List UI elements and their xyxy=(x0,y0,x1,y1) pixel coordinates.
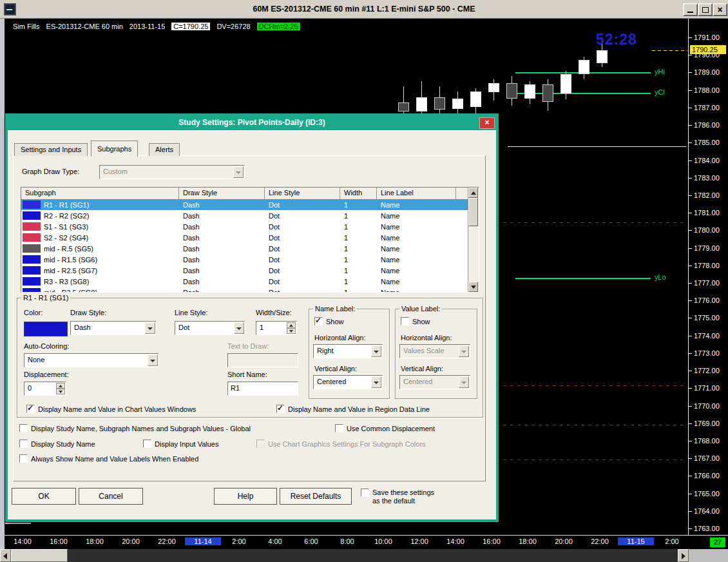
subgraph-name: mid - R3.5 (SG9) xyxy=(44,289,97,293)
price-scale[interactable]: 1790.25 1791.001790.001789.001788.001787… xyxy=(689,18,728,535)
table-scrollbar-thumb[interactable] xyxy=(468,198,478,226)
horizontal-scrollbar[interactable] xyxy=(0,549,728,562)
subgraph-row[interactable]: S2 - S2 (SG4)DashDot1Name xyxy=(21,232,468,243)
checkbox-box xyxy=(19,440,28,448)
right-arrow-icon xyxy=(682,553,685,559)
reset-defaults-button[interactable]: Reset Defaults xyxy=(280,488,352,505)
down-arrow-icon xyxy=(471,286,476,289)
price-scale-label: 1786.00 xyxy=(694,121,720,129)
price-scale-label: 1779.00 xyxy=(694,244,720,252)
draw-style-cell: Dash xyxy=(179,267,265,275)
value-show-checkbox[interactable]: Show xyxy=(401,317,430,325)
time-axis-label: 14:00 xyxy=(5,538,41,545)
spin-down-icon[interactable] xyxy=(56,389,65,394)
time-axis-label: 6:00 xyxy=(293,538,329,545)
countdown-seconds-badge: 27 xyxy=(710,538,725,547)
tab-alerts[interactable]: Alerts xyxy=(149,143,180,156)
time-axis-label: 16:00 xyxy=(474,538,510,545)
table-scroll-up-button[interactable] xyxy=(468,188,478,198)
candlestick xyxy=(542,84,553,102)
minimize-icon xyxy=(687,12,693,13)
display-region-data-line-checkbox[interactable]: Display Name and Value in Region Data Li… xyxy=(276,405,430,413)
minimize-button[interactable] xyxy=(683,3,698,16)
time-axis[interactable]: 14:0016:0018:0020:0022:0011-142:004:006:… xyxy=(0,536,688,549)
display-chart-values-checkbox[interactable]: Display Name and Value in Chart Values W… xyxy=(26,405,196,413)
name-vertical-align-select[interactable]: Centered xyxy=(313,375,383,389)
subgraph-row[interactable]: mid - R3.5 (SG9)DashDot1Name xyxy=(21,287,468,292)
checkbox-box xyxy=(335,424,343,432)
color-button[interactable] xyxy=(24,322,68,336)
subgraph-editor-group: R1 - R1 (SG1) Color: Draw Style: Dash Li… xyxy=(17,298,483,418)
price-scale-label: 1763.00 xyxy=(694,525,720,532)
ok-button[interactable]: OK xyxy=(12,488,76,505)
draw-style-cell: Dash xyxy=(179,223,265,231)
price-tick xyxy=(689,230,692,231)
spin-up-icon[interactable] xyxy=(287,322,296,328)
price-scale-label: 1771.00 xyxy=(694,384,720,392)
draw-style-select[interactable]: Dash xyxy=(70,321,157,335)
name-show-checkbox[interactable]: Show xyxy=(314,317,344,325)
candlestick xyxy=(452,99,463,109)
subgraph-row[interactable]: mid - R2.5 (SG7)DashDot1Name xyxy=(21,265,468,276)
price-scale-label: 1767.00 xyxy=(694,454,720,462)
line-label-cell: Name xyxy=(377,245,456,253)
table-vertical-scrollbar[interactable] xyxy=(468,188,479,292)
width-cell: 1 xyxy=(340,201,377,209)
checkbox-box xyxy=(256,440,265,448)
display-study-name-checkbox[interactable]: Display Study Name xyxy=(19,440,95,448)
price-scale-label: 1784.00 xyxy=(694,157,720,164)
column-header: Line Label xyxy=(377,188,456,199)
always-show-labels-checkbox[interactable]: Always Show Name and Value Labels When E… xyxy=(19,454,198,463)
draw-style-cell: Dash xyxy=(179,256,265,264)
price-scale-label: 1778.00 xyxy=(694,262,720,269)
horizontal-scrollbar-thumb[interactable] xyxy=(11,549,68,562)
line-style-cell: Dot xyxy=(265,278,340,286)
date-label: 2013-11-15 xyxy=(129,23,165,30)
scroll-right-button[interactable] xyxy=(678,549,689,562)
short-name-input[interactable]: R1 xyxy=(227,382,298,396)
subgraph-row[interactable]: mid - R1.5 (SG6)DashDot1Name xyxy=(21,254,468,265)
display-global-checkbox[interactable]: Display Study Name, Subgraph Names and S… xyxy=(19,424,251,432)
displacement-stepper[interactable]: 0 xyxy=(24,382,66,396)
restore-button[interactable] xyxy=(698,3,713,16)
use-common-displacement-checkbox[interactable]: Use Common Displacement xyxy=(335,424,435,432)
spin-down-icon[interactable] xyxy=(287,328,296,334)
scroll-left-button[interactable] xyxy=(0,549,11,562)
display-input-values-checkbox[interactable]: Display Input Values xyxy=(143,440,218,448)
auto-coloring-select[interactable]: None xyxy=(24,353,159,367)
line-style-cell: Dot xyxy=(265,223,340,231)
close-button[interactable]: × xyxy=(713,3,727,16)
subgraph-row[interactable]: R2 - R2 (SG2)DashDot1Name xyxy=(21,210,468,221)
dialog-close-button[interactable]: × xyxy=(479,117,495,129)
cancel-button[interactable]: Cancel xyxy=(79,488,143,505)
time-axis-label: 11-14 xyxy=(185,538,221,545)
line-style-select[interactable]: Dot xyxy=(175,321,245,335)
name-horizontal-align-select[interactable]: Right xyxy=(313,344,383,358)
checkbox-label: Always Show Name and Value Labels When E… xyxy=(31,455,198,463)
subgraph-row[interactable]: R3 - R3 (SG8)DashDot1Name xyxy=(21,276,468,287)
width-size-stepper[interactable]: 1 xyxy=(256,321,297,335)
subgraph-row[interactable]: S1 - S1 (SG3)DashDot1Name xyxy=(21,221,468,232)
price-tick xyxy=(689,336,692,336)
window-title: 60M ES-201312-CME 60 min #11 L:1 E-mini … xyxy=(0,0,728,18)
save-as-default-checkbox[interactable]: Save these settings as the default xyxy=(361,489,434,505)
tab-settings-and-inputs[interactable]: Settings and Inputs xyxy=(14,143,88,156)
subgraph-row[interactable]: mid - R.5 (SG5)DashDot1Name xyxy=(21,243,468,254)
candlestick xyxy=(579,60,589,74)
window-titlebar[interactable]: 60M ES-201312-CME 60 min #11 L:1 E-mini … xyxy=(0,0,728,19)
checkbox-box xyxy=(26,405,35,413)
chevron-down-icon xyxy=(145,322,155,334)
checkbox-box xyxy=(314,317,323,325)
help-button[interactable]: Help xyxy=(214,488,277,505)
change-value-badge: DCHm=2.25 xyxy=(257,23,300,30)
dialog-titlebar[interactable]: Study Settings: Pivot Points-Daily (ID:3… xyxy=(8,116,496,130)
table-scroll-down-button[interactable] xyxy=(468,282,478,292)
spin-up-icon[interactable] xyxy=(56,383,65,389)
name-label-group-title: Name Label: xyxy=(313,305,357,313)
subgraph-row[interactable]: R1 - R1 (SG1)DashDot1Name xyxy=(21,199,468,210)
close-value-badge: C=1790.25 xyxy=(171,23,210,30)
tab-subgraphs[interactable]: Subgraphs xyxy=(91,140,138,157)
vertical-align-label: Vertical Align: xyxy=(401,365,443,373)
candlestick xyxy=(470,92,481,107)
time-axis-label: 8:00 xyxy=(329,538,365,545)
